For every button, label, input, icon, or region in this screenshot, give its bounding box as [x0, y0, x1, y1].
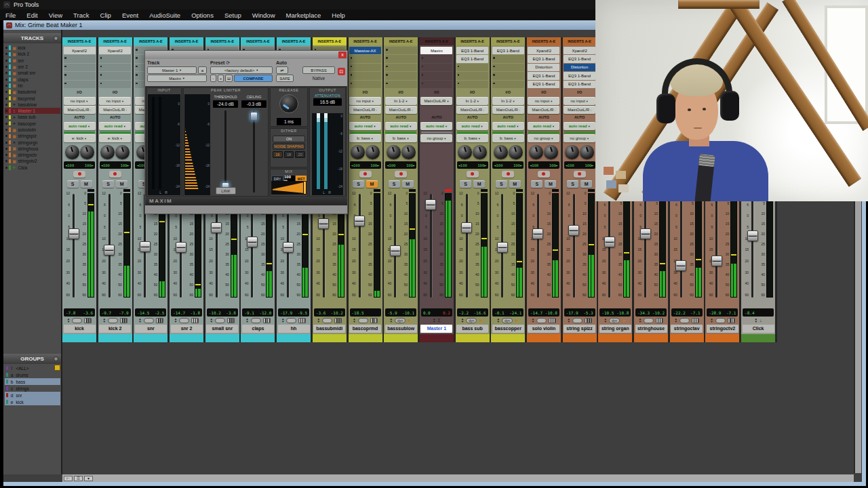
nudge-buttons[interactable]: ▲▼	[433, 318, 435, 323]
meter-view-icon[interactable]	[191, 318, 199, 323]
insert-position-button[interactable]: a	[198, 66, 207, 74]
menu-item-options[interactable]: Options	[186, 9, 219, 20]
mute-button[interactable]: M	[116, 180, 127, 188]
fader-handle[interactable]	[532, 228, 543, 239]
preset-prev-button[interactable]: -	[210, 75, 216, 82]
plugin-track-selector[interactable]: Master 1 ▼	[147, 66, 197, 74]
meter-view-icon[interactable]	[120, 318, 127, 323]
fader-handle[interactable]	[247, 237, 258, 247]
pan-knob-left[interactable]	[100, 145, 115, 159]
insert-slot[interactable]: Distortion	[528, 64, 559, 71]
insert-slot[interactable]	[99, 55, 131, 62]
insert-slot[interactable]	[99, 81, 131, 88]
strip-buttons[interactable]: ▲▼Σ	[420, 317, 454, 324]
insert-slot[interactable]	[385, 47, 417, 54]
output-selector[interactable]: MainOutL/R↑	[456, 106, 488, 114]
nudge-buttons[interactable]: ▲▼	[532, 318, 534, 323]
nudge-buttons[interactable]: ▲▼	[245, 318, 248, 323]
safe-pill-button[interactable]	[215, 318, 225, 323]
pan-knobs[interactable]	[98, 143, 132, 161]
record-arm-button[interactable]	[502, 171, 514, 178]
mute-button[interactable]: M	[366, 180, 378, 188]
pan-knobs[interactable]	[563, 143, 597, 161]
fader-track[interactable]	[573, 194, 575, 298]
insert-slot[interactable]: EQ3 1-Band	[564, 55, 595, 62]
sidebar-track-bascoper[interactable]: ➤bascoper	[5, 121, 60, 127]
inserts-slots[interactable]	[384, 45, 418, 89]
insert-slot[interactable]	[349, 72, 381, 79]
release-value[interactable]: 1 ms	[277, 118, 301, 125]
plugin-title-bar[interactable]: x	[145, 51, 347, 59]
preset-next-button[interactable]: +	[218, 75, 224, 82]
track-name[interactable]: basssublow	[385, 325, 417, 333]
mute-button[interactable]: M	[402, 180, 414, 188]
menu-item-file[interactable]: File	[0, 9, 21, 20]
pan-knob-left[interactable]	[458, 145, 472, 159]
sidebar-track-kick[interactable]: ▦kick	[5, 45, 60, 51]
tracks-menu-icon[interactable]	[54, 36, 58, 41]
auto-mode-selector[interactable]: auto read▼	[385, 122, 417, 130]
pan-knob-left[interactable]	[529, 145, 543, 159]
fader-track[interactable]	[680, 194, 682, 298]
meter-view-icon[interactable]	[227, 318, 235, 323]
insert-slot[interactable]: Maxim	[420, 47, 452, 54]
menu-item-edit[interactable]: Edit	[21, 9, 43, 20]
fader-track[interactable]	[466, 194, 468, 298]
fader-handle[interactable]	[711, 256, 722, 266]
record-arm-button[interactable]	[395, 171, 407, 178]
pan-knob-right[interactable]	[115, 145, 130, 159]
insert-slot[interactable]	[456, 64, 488, 71]
fader-track[interactable]	[359, 194, 361, 298]
ceiling-value[interactable]: -0.3 dB	[241, 100, 267, 108]
pan-knob-right[interactable]	[509, 145, 523, 159]
pan-knobs[interactable]	[527, 143, 561, 161]
fader-handle[interactable]	[211, 222, 222, 233]
fader-handle[interactable]	[104, 245, 115, 256]
safe-pill-button[interactable]	[715, 318, 726, 323]
pan-knob-left[interactable]	[565, 145, 579, 159]
safe-pill-button[interactable]	[572, 318, 583, 323]
input-selector[interactable]: no input▼	[564, 97, 595, 105]
inserts-slots[interactable]: Xpand!2	[98, 45, 132, 89]
insert-slot[interactable]: Distortion	[564, 64, 595, 71]
solo-button[interactable]: S	[567, 180, 578, 188]
input-selector[interactable]: In 1-2▼	[385, 97, 417, 105]
solo-button[interactable]: S	[389, 180, 400, 188]
track-name[interactable]: bassubmidi	[313, 325, 345, 333]
sidebar-track-small-snr[interactable]: ▦small snr	[5, 70, 60, 76]
pan-knob-left[interactable]	[351, 145, 365, 159]
pan-knob-left[interactable]	[387, 145, 401, 159]
insert-slot[interactable]	[420, 72, 452, 79]
nudge-buttons[interactable]: ▲▼	[639, 318, 642, 323]
sidebar-track-hh[interactable]: ▦hh	[5, 83, 60, 89]
dither-bit-buttons[interactable]: 161820	[273, 151, 305, 158]
plugin-selector[interactable]: Maxim ▼	[147, 75, 207, 82]
track-name[interactable]: stringhouse	[635, 325, 667, 333]
strip-buttons[interactable]: ▲▼dyn►	[456, 317, 490, 324]
dyn-button[interactable]: dyn	[466, 318, 477, 323]
strip-buttons[interactable]: ▲▼	[170, 317, 203, 324]
meter-view-icon[interactable]	[334, 318, 342, 323]
nudge-buttons[interactable]: ▲▼	[102, 318, 105, 323]
insert-slot[interactable]	[492, 72, 524, 79]
sidebar-track-snr[interactable]: ▦snr	[5, 58, 60, 64]
strip-buttons[interactable]: ▲▼	[134, 317, 167, 324]
output-selector[interactable]: MainOutL/R↑	[385, 106, 417, 114]
release-knob[interactable]	[279, 94, 298, 113]
nudge-buttons[interactable]: ▲▼	[353, 318, 355, 323]
nudge-buttons[interactable]: ▲▼	[281, 318, 284, 323]
output-selector[interactable]: MainOutL/R↑	[528, 106, 559, 114]
meter-view-icon[interactable]	[156, 318, 163, 323]
insert-slot[interactable]	[420, 81, 452, 88]
fader-handle[interactable]	[354, 216, 365, 226]
sidebar-track-claps[interactable]: ▦claps	[5, 76, 60, 82]
menu-item-marketplace[interactable]: Marketplace	[281, 9, 327, 20]
insert-slot[interactable]	[492, 55, 524, 62]
inserts-slots[interactable]: Xpand!2	[62, 45, 96, 89]
safe-pill-button[interactable]	[322, 318, 332, 323]
track-name[interactable]: small snr	[206, 325, 238, 333]
nudge-buttons[interactable]: ▲▼	[317, 318, 320, 323]
insert-slot[interactable]	[492, 64, 524, 71]
strip-buttons[interactable]: ▲▼	[634, 317, 668, 324]
group-selector[interactable]: e: kick▼	[64, 134, 96, 142]
